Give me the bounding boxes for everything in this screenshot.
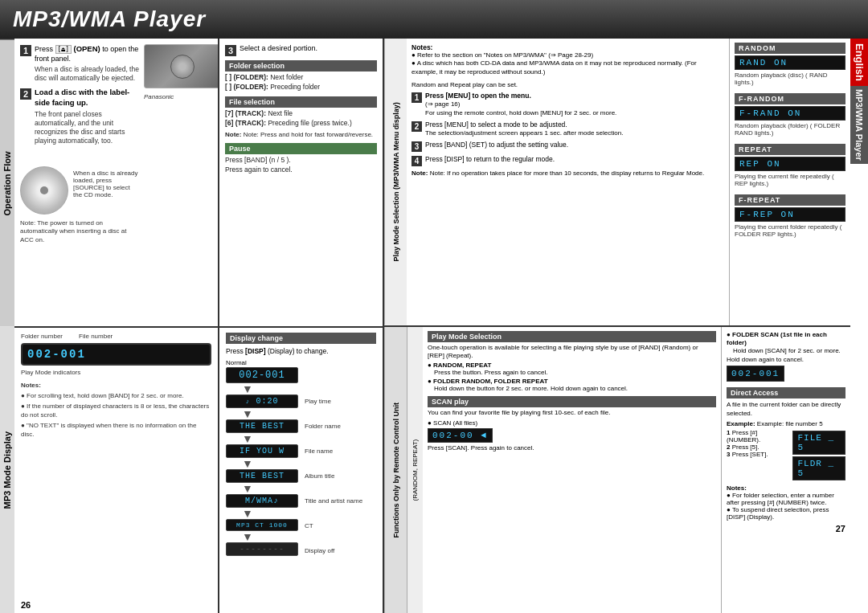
play-mode-indicators-label: Play Mode indicators	[21, 369, 211, 376]
functions-label: Functions Only by Remote Control Unit	[384, 327, 407, 614]
file-selection-box: File selection [7] (TRACK): Next file [6…	[225, 96, 377, 139]
scan-play-title: SCAN play	[428, 396, 716, 407]
mp3-player-label: MP3/WMA Player	[850, 86, 868, 164]
step3-section: 3 Select a desired portion. Folder selec…	[219, 39, 383, 328]
screen-folder: THE BEST	[226, 419, 298, 433]
mp3-notes-section: Notes: ● For scrolling text, hold down […	[21, 381, 211, 439]
scan-display: 002-00 ◄	[428, 428, 493, 443]
random-repeat-item: ● RANDOM, REPEAT Press the button. Press…	[428, 362, 716, 376]
display-labels-col: Play time Folder name File name Album ti…	[305, 359, 362, 556]
f-repeat-box: F-REPEAT F-REP ON Playing the current fo…	[735, 194, 845, 238]
folder-selection-content: [ ] (FOLDER): Next folder [ ] (FOLDER): …	[225, 73, 377, 92]
pause-cancel: Press again to cancel.	[225, 166, 377, 175]
f-repeat-title: F-REPEAT	[735, 194, 845, 206]
mp3-mode-display-section: Folder number File number 002-001 Play M…	[14, 328, 218, 614]
op-note: Note: The power is turned on automatical…	[20, 219, 139, 244]
folder-selection-title: Folder selection	[225, 60, 377, 72]
normal-label: Normal	[226, 359, 298, 366]
repeat-box: REPEAT REP ON Playing the current file r…	[735, 144, 845, 187]
cd-player-inner	[170, 55, 194, 79]
screen-album: THE BEST	[226, 469, 298, 483]
direct-steps-wrapper: 1 Press [#] (NUMBER). 2 Press [5]. 3 Pre…	[727, 429, 845, 482]
arrow-1: ▼	[242, 383, 298, 394]
folder-next: [ ] (FOLDER): Next folder	[225, 73, 377, 83]
folder-number-label: Folder number	[21, 333, 63, 340]
play-mode-vert-label: Play Mode Selection (MP3/WMA Menu displa…	[384, 39, 407, 325]
arrow-4: ▼	[242, 458, 298, 469]
pause-box: Pause Press [BAND] (n / 5 ). Press again…	[225, 143, 377, 175]
page-number-right: 27	[727, 524, 845, 533]
file-display-1: FILE _ 5	[792, 431, 845, 455]
screen-normal: 002-001	[226, 367, 298, 383]
direct-step-1: 1 Press [#] (NUMBER).	[727, 429, 786, 443]
display-change-title: Display change	[226, 333, 376, 344]
play-mode-top: Play Mode Selection (MP3/WMA Menu displa…	[384, 39, 850, 327]
time-label: Play time	[305, 398, 362, 405]
pause-content: Press [BAND] (n / 5 ). Press again to ca…	[225, 156, 377, 175]
header: MP3/WMA Player	[0, 0, 868, 39]
play-step-1-num: 1	[411, 92, 422, 103]
scan-play-desc: You can find your favorite file by playi…	[428, 409, 716, 417]
screen-time: ♪ 0:20	[226, 394, 298, 408]
file-next: [7] (TRACK): Next file	[225, 109, 377, 119]
random-repeat-boxes: RANDOM RAND ON Random playback (disc) ( …	[730, 39, 850, 325]
folder-label: Folder name	[305, 423, 362, 430]
main-display-unit: 002-001	[21, 343, 211, 366]
folder-scan-display: 002-001	[727, 366, 784, 382]
top-note-2: ● A disc which has both CD-DA data and M…	[411, 59, 724, 76]
arrow-7: ▼	[242, 531, 298, 542]
play-mode-desc: One-touch operation is available for sel…	[428, 344, 716, 361]
top-notes-title: Notes:	[411, 43, 724, 51]
play-step-3-num: 3	[411, 141, 422, 152]
screen-ct: MP3 CT 1000	[226, 519, 298, 531]
arrow-5: ▼	[242, 483, 298, 494]
direct-steps: 1 Press [#] (NUMBER). 2 Press [5]. 3 Pre…	[727, 429, 786, 482]
note2: ● If the number of displayed characters …	[21, 402, 211, 419]
play-step-4: 4 Press [DISP] to return to the regular …	[411, 155, 724, 166]
page-wrapper: MP3/WMA Player Operation Flow MP3 Mode D…	[0, 0, 868, 613]
pause-title: Pause	[225, 143, 377, 154]
pause-text: Press [BAND] (n / 5 ).	[225, 156, 377, 166]
play-note: Note: Note: If no operation takes place …	[411, 170, 724, 177]
play-step-2-text: Press [MENU] to select a mode to be adju…	[425, 121, 623, 137]
play-step-1-text: Press [MENU] to open the menu. (⇒ page 1…	[425, 92, 616, 117]
notes-title: Notes:	[21, 381, 211, 390]
play-step-4-num: 4	[411, 156, 422, 166]
top-notes: Notes: ● Refer to the section on "Notes …	[411, 43, 724, 76]
play-step-1: 1 Press [MENU] to open the menu. (⇒ page…	[411, 92, 724, 117]
panasonic-label: Panasonic	[144, 93, 212, 100]
file-label: File name	[305, 447, 362, 455]
f-random-title: F-RANDOM	[735, 93, 845, 104]
f-random-note: Random playback (folder) ( FOLDER RAND l…	[735, 122, 845, 137]
operation-flow-section: 1 Press [⏏] (OPEN) to open the front pan…	[14, 39, 218, 328]
display-sequence: Normal 002-001 ▼ ♪ 0:20 ▼ THE BEST ▼ IF …	[226, 359, 298, 556]
play-step-3: 3 Press [BAND] (SET) to adjust the setti…	[411, 141, 724, 152]
step-3: 3 Select a desired portion.	[225, 44, 377, 56]
direct-step-3: 3 Press [SET].	[727, 451, 786, 458]
direct-displays: FILE _ 5 FLDR _ 5	[792, 429, 845, 482]
direct-access-title: Direct Access	[727, 387, 845, 398]
display-col-labels: Folder number File number	[21, 333, 211, 340]
repeat-display: REP ON	[735, 157, 845, 171]
play-mode-scan: Play Mode Selection One-touch operation …	[423, 327, 722, 614]
f-random-display: F-RAND ON	[735, 106, 845, 121]
step-1-number: 1	[20, 45, 31, 56]
repeat-title: REPEAT	[735, 144, 845, 155]
page-number-left: 26	[21, 600, 31, 610]
folder-scan: ● FOLDER SCAN (1st file in each folder) …	[727, 331, 845, 384]
top-note-1: ● Refer to the section on "Notes on MP3/…	[411, 51, 724, 59]
file-display-2: FLDR _ 5	[792, 456, 845, 480]
file-note: Note: Note: Press and hold for fast forw…	[225, 130, 377, 139]
step1-sub2: For using the remote control, hold down …	[425, 109, 616, 117]
scan-text: Press [SCAN]. Press again to cancel.	[428, 444, 716, 452]
functions-bottom: Functions Only by Remote Control Unit (R…	[384, 327, 850, 614]
screen-title: M/WMA♪	[226, 494, 298, 508]
direct-desc: A file in the current folder can be dire…	[727, 401, 845, 418]
mp3-mode-label: MP3 Mode Display	[0, 327, 14, 614]
step-2: 2 Load a disc with the label-side facing…	[20, 88, 139, 145]
direct-access-section: ● FOLDER SCAN (1st file in each folder) …	[722, 327, 850, 614]
source-note: When a disc is already loaded, press [SO…	[73, 170, 139, 198]
step2-sub: The selection/adjustment screen appears …	[425, 129, 623, 137]
f-repeat-display: F-REP ON	[735, 207, 845, 222]
file-prev: [6] (TRACK): Preceding file (press twice…	[225, 119, 377, 129]
